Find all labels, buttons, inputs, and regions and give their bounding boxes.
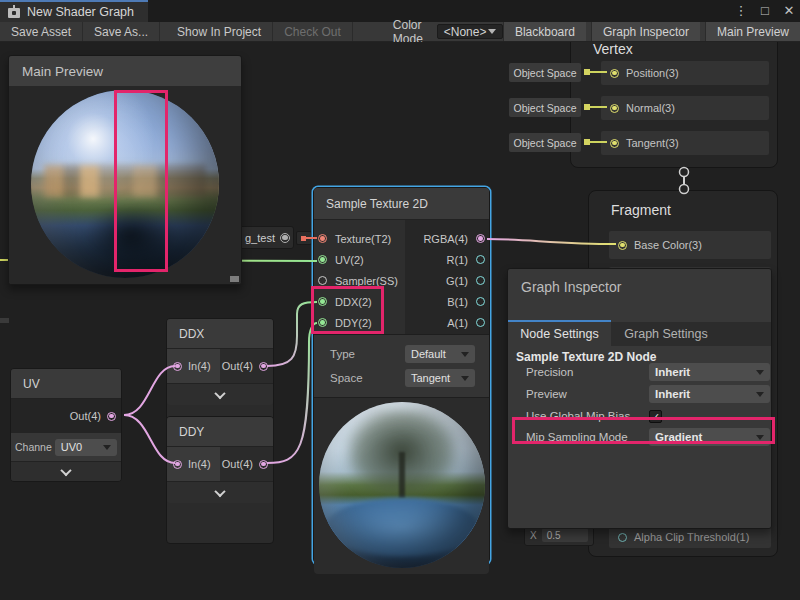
sample-texture-node-title[interactable]: Sample Texture 2D: [314, 188, 489, 220]
graph-canvas[interactable]: Vertex Position(3) Normal(3) Tangent(3) …: [0, 42, 800, 600]
main-preview-toggle-button[interactable]: Main Preview: [705, 22, 800, 41]
vertex-port-tangent[interactable]: Tangent(3): [601, 131, 769, 155]
output-port-rgba[interactable]: RGBA(4): [405, 233, 489, 245]
connector-handle-icon[interactable]: [680, 168, 689, 177]
mip-bias-label: Use Global Mip Bias: [526, 410, 630, 422]
collapse-chevron-icon: [214, 387, 225, 398]
save-as-button[interactable]: Save As...: [83, 22, 160, 41]
input-port-uv[interactable]: UV(2): [314, 254, 405, 266]
ddy-node-title[interactable]: DDY: [167, 417, 273, 447]
port-sampler-icon[interactable]: [318, 276, 327, 285]
object-space-selector-normal[interactable]: Object Space: [509, 98, 581, 117]
uv-out-port[interactable]: Out(4): [11, 399, 121, 433]
ddx-collapse-control[interactable]: [167, 383, 273, 405]
ddy-node[interactable]: DDY In(4) Out(4): [166, 416, 274, 544]
ddy-collapse-control[interactable]: [167, 481, 273, 503]
mip-mode-dropdown[interactable]: Gradient: [649, 428, 770, 446]
port-out-icon[interactable]: [107, 412, 116, 421]
ddx-in-port[interactable]: In(4): [167, 349, 220, 383]
tab-graph-settings[interactable]: Graph Settings: [611, 322, 721, 346]
mip-bias-row: Use Global Mip Bias ✓: [508, 406, 771, 426]
port-out-icon[interactable]: [259, 460, 268, 469]
port-position-icon[interactable]: [610, 69, 619, 78]
show-in-project-button[interactable]: Show In Project: [166, 22, 273, 41]
port-rgba-icon[interactable]: [476, 234, 485, 243]
port-base-color-icon[interactable]: [618, 241, 627, 250]
port-uv-icon[interactable]: [318, 255, 327, 264]
uv-collapse-control[interactable]: [11, 461, 121, 481]
port-in-icon[interactable]: [173, 362, 182, 371]
output-port-g[interactable]: G(1): [405, 275, 489, 287]
port-out-icon[interactable]: [259, 362, 268, 371]
port-r-icon[interactable]: [476, 255, 485, 264]
main-preview-panel-header[interactable]: Main Preview: [9, 56, 241, 86]
ddx-out-port[interactable]: Out(4): [220, 360, 273, 372]
resize-grip[interactable]: [230, 276, 239, 282]
precision-dropdown[interactable]: Inherit: [649, 363, 770, 381]
object-space-port-square-icon: [584, 69, 590, 75]
save-asset-button[interactable]: Save Asset: [0, 22, 83, 41]
mip-bias-checkbox[interactable]: ✓: [649, 410, 662, 423]
ddy-in-port[interactable]: In(4): [167, 447, 220, 481]
graph-inspector-toggle-button[interactable]: Graph Inspector: [591, 22, 700, 41]
kebab-menu-icon[interactable]: ⋮: [734, 0, 748, 22]
object-space-selector-tangent[interactable]: Object Space: [509, 133, 581, 152]
color-mode-dropdown[interactable]: <None>: [437, 24, 503, 39]
channel-dropdown[interactable]: UV0: [55, 439, 117, 456]
offscreen-node-sliver: [0, 318, 9, 323]
port-texture-icon[interactable]: [318, 234, 327, 243]
wire-ddy-out-to-ddy2[interactable]: [267, 323, 317, 463]
uv-node[interactable]: UV Out(4) Channe UV0: [10, 368, 122, 482]
preview-dropdown[interactable]: Inherit: [649, 385, 770, 403]
input-port-ddx[interactable]: DDX(2): [314, 296, 405, 308]
vertex-context-block[interactable]: Vertex Position(3) Normal(3) Tangent(3): [570, 42, 778, 168]
blackboard-toggle-button[interactable]: Blackboard: [503, 22, 586, 41]
node-preview-area[interactable]: [314, 398, 489, 574]
output-port-r[interactable]: R(1): [405, 254, 489, 266]
port-alpha-clip-icon[interactable]: [618, 533, 627, 542]
sample-texture-2d-node[interactable]: Sample Texture 2D Texture(T2) RGBA(4) UV…: [313, 187, 490, 564]
tab-node-settings[interactable]: Node Settings: [508, 322, 611, 346]
close-icon[interactable]: ✕: [782, 0, 796, 22]
input-port-texture[interactable]: Texture(T2): [314, 233, 405, 245]
graph-inspector-panel[interactable]: Graph Inspector Node Settings Graph Sett…: [507, 268, 772, 529]
ddx-node-title[interactable]: DDX: [167, 319, 273, 349]
fragment-port-alpha-clip[interactable]: Alpha Clip Threshold(1): [609, 526, 771, 548]
property-node-port-stub[interactable]: [296, 231, 312, 245]
port-b-icon[interactable]: [476, 297, 485, 306]
node-preview-sphere[interactable]: [319, 402, 485, 568]
port-g-icon[interactable]: [476, 276, 485, 285]
port-normal-icon[interactable]: [610, 104, 619, 113]
shader-graph-icon: [8, 5, 20, 19]
uv-node-title[interactable]: UV: [11, 369, 121, 399]
tree-reflection: [346, 409, 459, 499]
object-space-selector-position[interactable]: Object Space: [509, 63, 581, 82]
port-texture-square-icon: [301, 236, 306, 241]
vertex-port-normal[interactable]: Normal(3): [601, 96, 769, 120]
pool-reflection: [326, 498, 479, 556]
main-preview-panel[interactable]: Main Preview: [8, 55, 242, 285]
port-a-icon[interactable]: [476, 318, 485, 327]
port-ddx-icon[interactable]: [318, 297, 327, 306]
preview-row: Preview Inherit: [508, 384, 771, 404]
output-port-b[interactable]: B(1): [405, 296, 489, 308]
fragment-port-base-color[interactable]: Base Color(3): [609, 231, 771, 259]
input-port-ddy[interactable]: DDY(2): [314, 317, 405, 329]
tree-trunk-reflection: [399, 452, 406, 498]
input-port-sampler[interactable]: Sampler(SS): [314, 275, 405, 287]
main-preview-viewport[interactable]: [9, 86, 241, 284]
output-port-a[interactable]: A(1): [405, 317, 489, 329]
port-in-icon[interactable]: [173, 460, 182, 469]
shader-graph-tab[interactable]: New Shader Graph: [0, 0, 148, 22]
type-dropdown[interactable]: Default: [405, 345, 475, 363]
port-ddy-icon[interactable]: [318, 318, 327, 327]
ddy-out-port[interactable]: Out(4): [220, 458, 273, 470]
property-node-g-test[interactable]: g_test: [238, 226, 294, 249]
vertex-port-position[interactable]: Position(3): [601, 61, 769, 85]
main-preview-sphere[interactable]: [31, 90, 219, 278]
space-dropdown[interactable]: Tangent: [405, 369, 475, 387]
wire-ddx-out-to-ddx2[interactable]: [267, 302, 317, 366]
port-tangent-icon[interactable]: [610, 139, 619, 148]
alpha-float-value-field[interactable]: 0.5: [542, 528, 588, 542]
maximize-icon[interactable]: □: [758, 0, 772, 22]
